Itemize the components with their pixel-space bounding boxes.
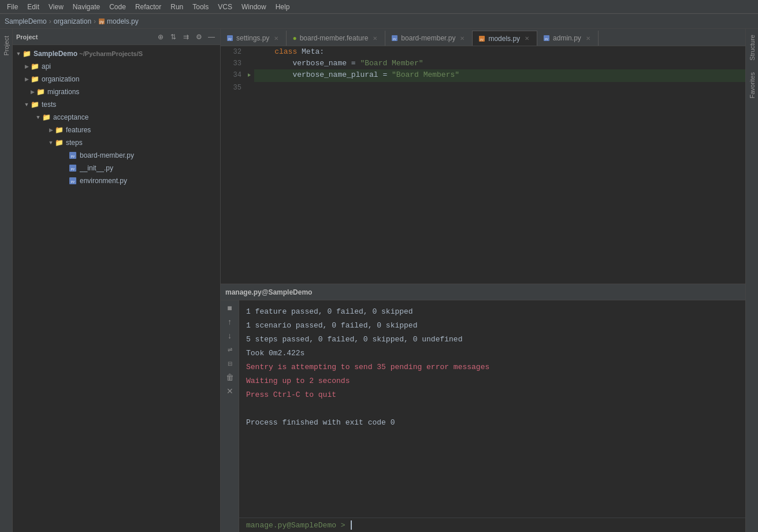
- project-panel: Project ⊕ ⇅ ⇉ ⚙ — ▼ 📁 SampleDemo ~/Pycha…: [13, 29, 221, 532]
- menu-navigate[interactable]: Navigate: [68, 2, 105, 12]
- tree-item-steps[interactable]: ▼ 📁 steps: [13, 136, 220, 149]
- project-tab-label[interactable]: Project: [2, 31, 11, 60]
- breadcrumb-org[interactable]: organization: [54, 17, 91, 25]
- structure-label[interactable]: Structure: [748, 29, 757, 66]
- tests-label: tests: [42, 101, 56, 109]
- menu-vcs[interactable]: VCS: [213, 2, 237, 12]
- tab-settings-close[interactable]: ✕: [272, 34, 280, 42]
- org-label: organization: [42, 75, 79, 83]
- menu-tools[interactable]: Tools: [188, 2, 213, 12]
- terminal-prompt: manage.py@SampleDemo >: [246, 521, 350, 530]
- code-editor[interactable]: 32 class Meta: 33 verbose_name = "Board …: [221, 46, 745, 284]
- line-gutter-34: [246, 69, 254, 82]
- scroll-up-icon[interactable]: ↑: [225, 317, 235, 327]
- tab-admin[interactable]: py admin.py ✕: [537, 31, 599, 46]
- tree-item-init-py[interactable]: py __init__.py: [13, 162, 220, 174]
- tab-settings-label: settings.py: [236, 34, 269, 42]
- org-folder-icon: 📁: [30, 75, 39, 84]
- acceptance-arrow: ▼: [35, 114, 42, 121]
- stop-icon[interactable]: ■: [225, 303, 235, 313]
- menu-code[interactable]: Code: [105, 2, 131, 12]
- menu-edit[interactable]: Edit: [23, 2, 44, 12]
- menu-help[interactable]: Help: [271, 2, 295, 12]
- tab-board-py-close[interactable]: ✕: [458, 34, 466, 42]
- line-num-32: 32: [221, 46, 246, 58]
- tab-board-feature-close[interactable]: ✕: [371, 34, 379, 42]
- line-num-35: 35: [221, 82, 246, 94]
- menu-file[interactable]: File: [2, 2, 23, 12]
- print-icon[interactable]: ⊟: [225, 358, 235, 369]
- tree-item-tests[interactable]: ▼ 📁 tests: [13, 98, 220, 111]
- breadcrumb-sep-1: ›: [49, 17, 51, 25]
- tree-item-migrations[interactable]: ▶ 📁 migrations: [13, 85, 220, 98]
- scroll-down-icon[interactable]: ↓: [225, 330, 235, 341]
- structure-sidebar: Structure Favorites: [745, 29, 758, 532]
- line-content-34: verbose_name_plural = "Board Members": [254, 69, 745, 82]
- code-line-34: 34 verbose_name_plural = "Board Members": [221, 69, 745, 82]
- project-panel-title: Project: [16, 34, 153, 40]
- tab-models-label: models.py: [488, 35, 520, 43]
- toolbar-close-icon[interactable]: —: [206, 32, 217, 42]
- terminal-input-line[interactable]: manage.py@SampleDemo >: [239, 518, 745, 532]
- toolbar-collapse-icon[interactable]: ⇉: [181, 32, 191, 42]
- toolbar-sync-icon[interactable]: ⇅: [168, 32, 179, 42]
- toolbar-add-icon[interactable]: ⊕: [155, 32, 166, 42]
- board-member-py-arrow: [61, 152, 68, 159]
- features-arrow: ▶: [47, 127, 54, 133]
- line-content-33: verbose_name = "Board Member": [254, 58, 745, 69]
- tab-board-py-label: board-member.py: [401, 34, 455, 42]
- breadcrumb-project[interactable]: SampleDemo: [5, 17, 47, 25]
- tabs-bar: py settings.py ✕ ● board-member.feature …: [221, 29, 745, 46]
- api-arrow: ▶: [23, 63, 30, 70]
- tab-models[interactable]: py models.py ✕: [473, 31, 537, 46]
- tree-item-environment-py[interactable]: py environment.py: [13, 174, 220, 187]
- tab-board-py[interactable]: py board-member.py ✕: [385, 31, 473, 46]
- tree-item-root[interactable]: ▼ 📁 SampleDemo ~/PycharmProjects/S: [13, 47, 220, 60]
- tree-item-features[interactable]: ▶ 📁 features: [13, 124, 220, 136]
- tab-models-close[interactable]: ✕: [523, 35, 531, 43]
- env-py-label: environment.py: [80, 177, 127, 185]
- svg-text:py: py: [481, 38, 484, 41]
- clear-icon[interactable]: 🗑: [225, 372, 235, 382]
- tab-admin-close[interactable]: ✕: [584, 34, 592, 42]
- toolbar-settings-icon[interactable]: ⚙: [194, 32, 204, 42]
- terminal-sidebar: ■ ↑ ↓ ⇌ ⊟ 🗑 ✕: [221, 300, 239, 532]
- menu-run[interactable]: Run: [166, 2, 188, 12]
- tree-item-acceptance[interactable]: ▼ 📁 acceptance: [13, 111, 220, 124]
- tab-board-feature[interactable]: ● board-member.feature ✕: [287, 31, 385, 46]
- breadcrumb-sep-2: ›: [94, 17, 96, 25]
- tab-board-feature-label: board-member.feature: [300, 34, 369, 42]
- steps-folder-icon: 📁: [54, 138, 64, 147]
- close-term-icon[interactable]: ✕: [225, 386, 235, 396]
- board-member-py-label: board-member.py: [80, 151, 134, 159]
- svg-text:py: py: [228, 37, 232, 40]
- breadcrumb-file[interactable]: py models.py: [98, 17, 139, 25]
- left-sidebar-tabs: Project: [0, 29, 13, 532]
- env-py-arrow: [61, 177, 68, 184]
- terminal-title: manage.py@SampleDemo: [225, 288, 312, 296]
- tab-settings[interactable]: py settings.py ✕: [221, 31, 287, 46]
- favorites-label[interactable]: Favorites: [748, 66, 757, 104]
- tests-arrow: ▼: [23, 101, 30, 108]
- root-arrow: ▼: [15, 50, 22, 57]
- line-num-34: 34: [221, 69, 246, 82]
- api-folder-icon: 📁: [30, 62, 39, 71]
- wrap-icon[interactable]: ⇌: [225, 344, 235, 355]
- svg-text:py: py: [71, 167, 75, 170]
- svg-marker-16: [248, 73, 251, 77]
- tree-item-organization[interactable]: ▶ 📁 organization: [13, 73, 220, 85]
- init-py-arrow: [61, 165, 68, 172]
- menu-view[interactable]: View: [44, 2, 68, 12]
- term-line-5: Waiting up to 2 seconds: [246, 374, 738, 388]
- menu-bar: File Edit View Navigate Code Refactor Ru…: [0, 0, 758, 14]
- steps-arrow: ▼: [47, 139, 54, 146]
- term-line-1: 1 scenario passed, 0 failed, 0 skipped: [246, 319, 738, 333]
- menu-refactor[interactable]: Refactor: [131, 2, 166, 12]
- api-label: api: [42, 62, 51, 70]
- tree-item-api[interactable]: ▶ 📁 api: [13, 60, 220, 73]
- menu-window[interactable]: Window: [237, 2, 271, 12]
- features-label: features: [66, 126, 91, 134]
- terminal-output[interactable]: 1 feature passed, 0 failed, 0 skipped 1 …: [239, 300, 745, 518]
- acceptance-folder-icon: 📁: [42, 113, 51, 122]
- tree-item-board-member-py[interactable]: py board-member.py: [13, 149, 220, 162]
